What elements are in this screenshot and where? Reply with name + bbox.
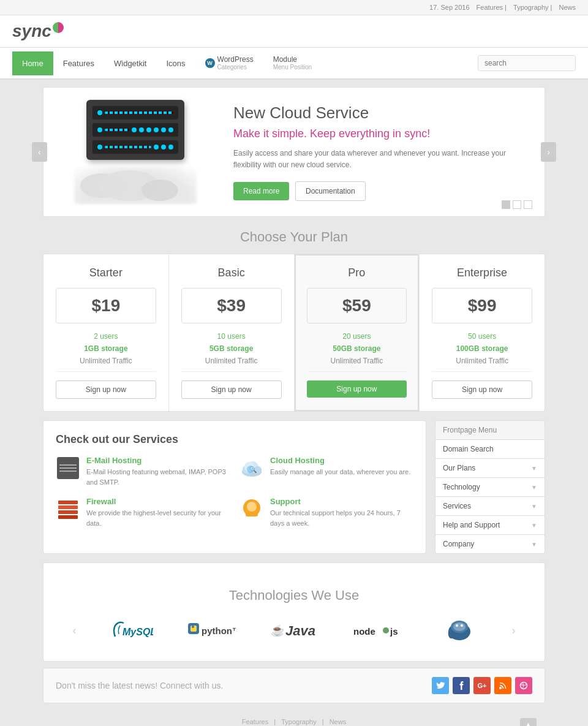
logo-text4: c bbox=[42, 21, 51, 41]
plan-enterprise-storage: 100GB storage bbox=[432, 344, 532, 353]
svg-text:☕: ☕ bbox=[271, 624, 285, 637]
svg-point-12 bbox=[247, 502, 257, 512]
plan-starter: Starter $19 2 users 1GB storage Unlimite… bbox=[43, 254, 169, 411]
sidebar-header: Frontpage Menu bbox=[435, 420, 545, 440]
led3 bbox=[132, 127, 137, 132]
read-more-button[interactable]: Read more bbox=[233, 182, 289, 200]
top-link-features[interactable]: Features bbox=[477, 4, 503, 11]
footer-link-news[interactable]: News bbox=[330, 718, 347, 725]
mysql-svg: MySQL bbox=[110, 618, 153, 643]
led-bar2 bbox=[105, 129, 129, 131]
email-service-icon bbox=[56, 456, 80, 480]
plan-enterprise-price: $99 bbox=[440, 296, 524, 316]
svg-rect-10 bbox=[58, 515, 78, 519]
nodejs-logo: node js bbox=[352, 618, 407, 643]
svg-point-17 bbox=[192, 626, 194, 628]
mysql-logo: MySQL bbox=[110, 618, 153, 643]
nav-widgetkit[interactable]: Widgetkit bbox=[104, 51, 156, 75]
plan-enterprise-users: 50 users bbox=[432, 332, 532, 341]
plan-enterprise: Enterprise $99 50 users 100GB storage Un… bbox=[420, 254, 545, 411]
email-icon-graphic bbox=[57, 457, 79, 479]
tech-prev-button[interactable]: ‹ bbox=[73, 624, 77, 637]
dribbble-icon[interactable] bbox=[515, 677, 532, 694]
plan-enterprise-price-box: $99 bbox=[432, 288, 532, 323]
facebook-icon[interactable] bbox=[453, 677, 470, 694]
footer-link-features[interactable]: Features bbox=[242, 718, 268, 725]
svg-text:python™: python™ bbox=[202, 626, 236, 636]
slider-content: New Cloud Service Make it simple. Keep e… bbox=[233, 104, 520, 200]
java-svg: ☕ Java bbox=[270, 618, 318, 643]
tech-next-button[interactable]: › bbox=[511, 624, 515, 637]
page: 17. Sep 2016 Features | Typography | New… bbox=[0, 0, 588, 726]
plan-pro-price: $59 bbox=[315, 296, 399, 316]
dot-3[interactable] bbox=[524, 200, 532, 209]
services-box: Check out our Services bbox=[43, 420, 426, 554]
server-unit-3 bbox=[92, 140, 178, 154]
pricing-section: Choose Your Plan Starter $19 2 users 1GB… bbox=[43, 229, 545, 412]
nav-search-wrapper bbox=[478, 55, 576, 71]
email-service-name: E-Mail Hosting bbox=[86, 456, 230, 465]
nav-icons[interactable]: Icons bbox=[156, 51, 195, 75]
led10 bbox=[154, 145, 159, 149]
slider-image bbox=[68, 100, 215, 204]
python-logo: python™ bbox=[187, 618, 236, 643]
outer-wrapper: 17. Sep 2016 Features | Typography | New… bbox=[0, 0, 588, 726]
search-input[interactable] bbox=[478, 55, 576, 71]
twitter-icon[interactable] bbox=[432, 677, 449, 694]
server-rack bbox=[86, 100, 184, 160]
google-plus-icon[interactable]: G+ bbox=[473, 677, 491, 694]
svg-point-22 bbox=[383, 627, 389, 633]
dot-2[interactable] bbox=[513, 200, 521, 209]
svg-point-27 bbox=[456, 624, 458, 627]
documentation-button[interactable]: Documentation bbox=[295, 181, 366, 201]
plan-pro-storage: 50GB storage bbox=[307, 344, 407, 353]
wordpress-icon: W bbox=[205, 58, 215, 68]
plan-pro-signup[interactable]: Sign up now bbox=[307, 380, 407, 398]
top-link-news[interactable]: News bbox=[559, 4, 576, 11]
slider: New Cloud Service Make it simple. Keep e… bbox=[43, 87, 545, 217]
footer-link-typography[interactable]: Typography bbox=[281, 718, 316, 725]
email-line2 bbox=[59, 467, 77, 469]
nav-home[interactable]: Home bbox=[12, 51, 53, 75]
server-unit-2 bbox=[92, 123, 178, 137]
plan-starter-signup[interactable]: Sign up now bbox=[56, 380, 156, 399]
footer-links: Features | Typography | News bbox=[51, 718, 537, 725]
sidebar-item-company[interactable]: Company ▼ bbox=[435, 535, 545, 554]
top-link-typography[interactable]: Typography bbox=[513, 4, 548, 11]
svg-text:MySQL: MySQL bbox=[123, 627, 153, 637]
led1 bbox=[97, 110, 102, 115]
support-icon-graphic bbox=[239, 498, 264, 520]
support-service-text: Support Our technical support helps you … bbox=[270, 497, 413, 528]
plan-basic-price: $39 bbox=[189, 296, 274, 316]
cloud-service-text: Cloud Hosting Easily manage all your dat… bbox=[270, 456, 410, 477]
led-bar1 bbox=[105, 112, 173, 114]
email-line3 bbox=[59, 471, 77, 472]
nav-features[interactable]: Features bbox=[53, 51, 104, 75]
email-line1 bbox=[59, 464, 77, 466]
slider-next-button[interactable]: › bbox=[541, 142, 556, 162]
plan-basic-signup[interactable]: Sign up now bbox=[181, 380, 282, 399]
svg-point-28 bbox=[461, 624, 463, 627]
sidebar-item-our-plans[interactable]: Our Plans ▼ bbox=[435, 459, 545, 478]
support-svg bbox=[241, 498, 263, 520]
rss-icon[interactable] bbox=[494, 677, 511, 694]
sidebar-item-technology[interactable]: Technology ▼ bbox=[435, 478, 545, 497]
plan-basic-storage: 5GB storage bbox=[181, 344, 282, 353]
email-service-desc: E-Mail Hosting featuring webmail, IMAP, … bbox=[86, 467, 230, 487]
nav: Home Features Widgetkit Icons W WordPres… bbox=[0, 48, 588, 80]
nav-wordpress[interactable]: W WordPress Categories bbox=[195, 48, 263, 78]
top-bar: 17. Sep 2016 Features | Typography | New… bbox=[0, 0, 588, 15]
service-cloud: 🔍 Cloud Hosting Easily manage all your d… bbox=[239, 456, 413, 487]
led12 bbox=[168, 145, 173, 149]
logo[interactable]: s y n c bbox=[12, 21, 64, 41]
svg-rect-9 bbox=[58, 510, 78, 514]
sidebar-item-help-and-support[interactable]: Help and Support ▼ bbox=[435, 516, 545, 535]
dot-1[interactable] bbox=[502, 200, 510, 209]
slider-prev-button[interactable]: ‹ bbox=[32, 142, 47, 162]
nav-module[interactable]: Module Menu Position bbox=[263, 48, 322, 78]
sidebar-item-domain-search[interactable]: Domain Search bbox=[435, 440, 545, 459]
scroll-top-button[interactable]: ▲ bbox=[520, 718, 537, 726]
plan-basic-traffic: Unlimited Traffic bbox=[181, 357, 282, 372]
sidebar-item-services[interactable]: Services ▼ bbox=[435, 497, 545, 516]
plan-enterprise-signup[interactable]: Sign up now bbox=[432, 380, 532, 399]
